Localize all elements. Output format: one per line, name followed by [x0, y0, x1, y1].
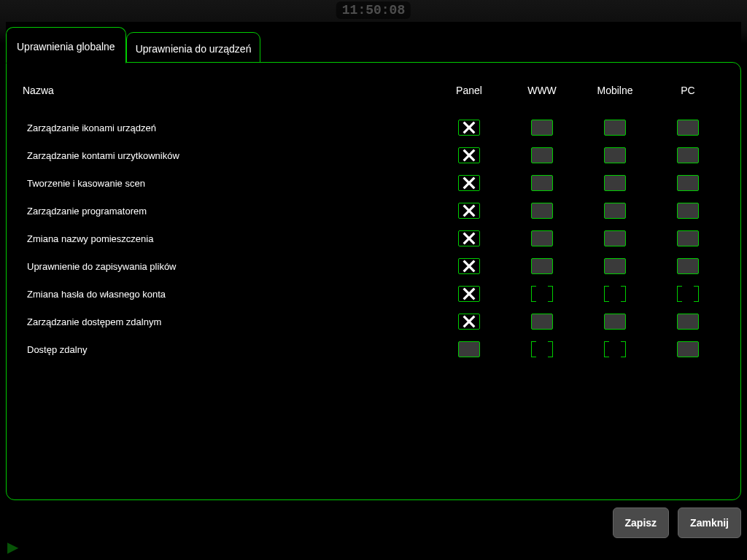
checkbox-cell — [433, 141, 506, 169]
checkbox-cell — [578, 141, 651, 169]
mobile-checkbox[interactable] — [604, 314, 626, 330]
checkbox-cell — [506, 141, 578, 169]
checkbox-cell — [651, 308, 724, 335]
mobile-checkbox[interactable] — [604, 120, 626, 136]
www-checkbox[interactable] — [531, 175, 553, 191]
checkbox-cell — [578, 197, 651, 225]
pc-checkbox[interactable] — [677, 203, 699, 219]
checkbox-cell — [651, 169, 724, 197]
col-name: Nazwa — [23, 77, 433, 114]
mobile-checkbox[interactable] — [604, 286, 626, 302]
checkbox-cell — [433, 280, 506, 308]
checkbox-cell — [578, 308, 651, 335]
mobile-checkbox[interactable] — [604, 258, 626, 274]
checkbox-cell — [433, 252, 506, 280]
checkbox-cell — [651, 114, 724, 141]
mobile-checkbox[interactable] — [604, 341, 626, 357]
www-checkbox[interactable] — [531, 286, 553, 302]
permission-name: Tworzenie i kasowanie scen — [23, 171, 433, 196]
panel-checkbox[interactable] — [458, 120, 480, 136]
panel-checkbox[interactable] — [458, 147, 480, 163]
checkbox-cell — [578, 252, 651, 280]
permission-name: Zmiana nazwy pomieszczenia — [23, 226, 433, 252]
checkbox-cell — [433, 114, 506, 141]
checkbox-cell — [506, 197, 578, 225]
www-checkbox[interactable] — [531, 120, 553, 136]
checkbox-cell — [433, 197, 506, 225]
mobile-checkbox[interactable] — [604, 147, 626, 163]
mobile-checkbox[interactable] — [604, 175, 626, 191]
dialog-footer: Zapisz Zamknij — [6, 500, 741, 538]
tab-label: Uprawnienia do urządzeń — [136, 43, 252, 55]
www-checkbox[interactable] — [531, 203, 553, 219]
permission-name: Zarządzanie kontami urzytkowników — [23, 143, 433, 168]
close-button[interactable]: Zamknij — [678, 508, 741, 538]
tab-global-permissions[interactable]: Uprawnienia globalne — [6, 27, 126, 63]
tab-device-permissions[interactable]: Uprawnienia do urządzeń — [126, 32, 261, 63]
checkbox-cell — [651, 335, 724, 363]
checkbox-cell — [578, 280, 651, 308]
col-mobile: Mobilne — [578, 77, 651, 114]
tab-label: Uprawnienia globalne — [17, 41, 115, 52]
checkbox-cell — [506, 335, 578, 363]
checkbox-cell — [433, 335, 506, 363]
button-label: Zapisz — [625, 517, 657, 529]
checkbox-cell — [506, 308, 578, 335]
mobile-checkbox[interactable] — [604, 203, 626, 219]
panel-checkbox[interactable] — [458, 175, 480, 191]
pc-checkbox[interactable] — [677, 341, 699, 357]
checkbox-cell — [506, 169, 578, 197]
checkbox-cell — [506, 280, 578, 308]
permission-name: Uprawnienie do zapisywania plików — [23, 254, 433, 279]
checkbox-cell — [651, 252, 724, 280]
pc-checkbox[interactable] — [677, 230, 699, 246]
www-checkbox[interactable] — [531, 314, 553, 330]
mobile-checkbox[interactable] — [604, 230, 626, 246]
panel-checkbox[interactable] — [458, 341, 480, 357]
permissions-panel: Nazwa Panel WWW Mobilne PC Zarządzanie i… — [6, 62, 741, 500]
panel-checkbox[interactable] — [458, 230, 480, 246]
tabs: Uprawnienia globalne Uprawnienia do urzą… — [6, 22, 741, 63]
save-button[interactable]: Zapisz — [613, 508, 670, 538]
checkbox-cell — [433, 225, 506, 252]
play-arrow-icon: ▶ — [7, 538, 18, 556]
col-pc: PC — [651, 77, 724, 114]
background-clock: 11:50:08 — [336, 1, 411, 19]
checkbox-cell — [651, 280, 724, 308]
panel-checkbox[interactable] — [458, 314, 480, 330]
pc-checkbox[interactable] — [677, 120, 699, 136]
permission-name: Zarządzanie programatorem — [23, 198, 433, 224]
www-checkbox[interactable] — [531, 230, 553, 246]
pc-checkbox[interactable] — [677, 175, 699, 191]
permission-name: Zmiana hasła do własnego konta — [23, 281, 433, 307]
pc-checkbox[interactable] — [677, 286, 699, 302]
permissions-grid: Nazwa Panel WWW Mobilne PC Zarządzanie i… — [23, 77, 724, 363]
permission-name: Zarządzanie ikonami urządzeń — [23, 115, 433, 141]
checkbox-cell — [578, 114, 651, 141]
checkbox-cell — [506, 114, 578, 141]
checkbox-cell — [651, 141, 724, 169]
panel-checkbox[interactable] — [458, 258, 480, 274]
checkbox-cell — [578, 335, 651, 363]
panel-checkbox[interactable] — [458, 203, 480, 219]
checkbox-cell — [506, 225, 578, 252]
checkbox-cell — [578, 169, 651, 197]
panel-checkbox[interactable] — [458, 286, 480, 302]
www-checkbox[interactable] — [531, 147, 553, 163]
www-checkbox[interactable] — [531, 258, 553, 274]
col-panel: Panel — [433, 77, 506, 114]
col-www: WWW — [506, 77, 578, 114]
permission-name: Zarządzanie dostępem zdalnym — [23, 309, 433, 335]
www-checkbox[interactable] — [531, 341, 553, 357]
checkbox-cell — [433, 169, 506, 197]
checkbox-cell — [433, 308, 506, 335]
pc-checkbox[interactable] — [677, 314, 699, 330]
pc-checkbox[interactable] — [677, 258, 699, 274]
checkbox-cell — [651, 225, 724, 252]
checkbox-cell — [651, 197, 724, 225]
checkbox-cell — [506, 252, 578, 280]
button-label: Zamknij — [690, 517, 729, 529]
pc-checkbox[interactable] — [677, 147, 699, 163]
permission-name: Dostęp zdalny — [23, 337, 433, 362]
checkbox-cell — [578, 225, 651, 252]
